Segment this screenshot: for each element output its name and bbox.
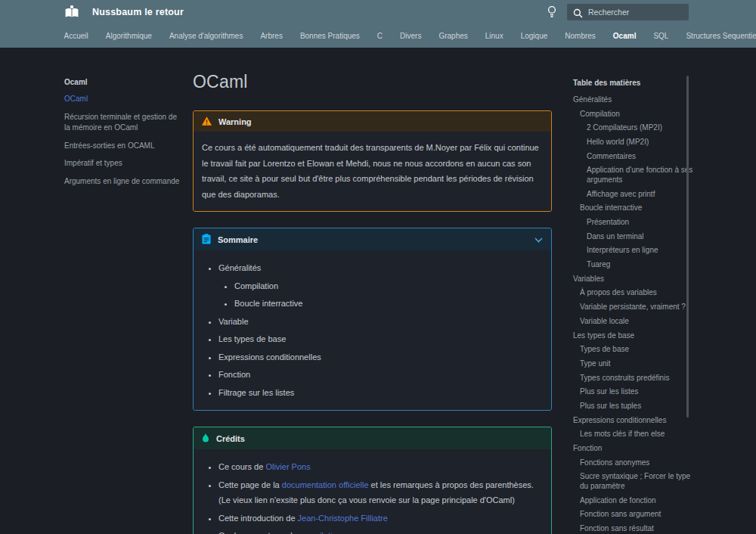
sommaire-item[interactable]: Compilation xyxy=(234,278,543,294)
tab-Accueil[interactable]: Accueil xyxy=(55,32,97,40)
credits-link[interactable]: Jean-Christophe Filliatre xyxy=(298,514,388,523)
toc-item[interactable]: Affichage avec printf xyxy=(573,190,699,200)
toc-item[interactable]: Fonction sans argument xyxy=(573,510,699,520)
search-input[interactable] xyxy=(567,4,689,20)
header-row: Nussbaum le retour xyxy=(0,0,756,24)
sidebar-item[interactable]: Impératif et types xyxy=(64,158,184,169)
sidebar-nav: OCamlRécursion terminale et gestion de l… xyxy=(64,94,184,187)
tabs-bar: AccueilAlgorithmiqueAnalyse d'algorithme… xyxy=(0,24,756,48)
toc-item[interactable]: Plus sur les tuples xyxy=(573,402,699,411)
tab-Linux[interactable]: Linux xyxy=(476,32,512,40)
sidebar-section-title: Ocaml xyxy=(64,78,184,86)
toc-item[interactable]: Boucle interractive xyxy=(573,203,699,213)
main-content: OCaml Warning Ce cours a été automatique… xyxy=(193,48,552,534)
credits-text: Cette page de la xyxy=(218,480,282,489)
sommaire-summary[interactable]: Sommaire xyxy=(194,228,551,250)
toc-item[interactable]: Application de fonction xyxy=(573,496,699,506)
toc-item[interactable]: Variables xyxy=(573,275,699,284)
credits-text: Ce cours de xyxy=(218,462,265,471)
credits-admonition: Crédits Ce cours de Olivier PonsCette pa… xyxy=(193,427,552,534)
tab-Structures Sequentielles[interactable]: Structures Sequentielles xyxy=(677,32,756,40)
credits-item: Quelques mots sur la compilation xyxy=(218,528,543,534)
sommaire-item[interactable]: Les types de base xyxy=(218,331,543,347)
credits-item: Cette introduction de Jean-Christophe Fi… xyxy=(218,511,543,526)
toc-item[interactable]: Dans un terminal xyxy=(573,232,699,242)
credits-list: Ce cours de Olivier PonsCette page de la… xyxy=(218,459,543,534)
toc-item[interactable]: Généralités xyxy=(573,95,699,105)
toc-item[interactable]: Les mots clés if then else xyxy=(573,430,699,439)
tab-Logique[interactable]: Logique xyxy=(512,32,556,40)
toc-item[interactable]: Tuareg xyxy=(573,260,699,270)
sommaire-list: GénéralitésCompilationBoucle interractiv… xyxy=(218,260,543,400)
toc-item[interactable]: Hello world (MP2I) xyxy=(573,138,699,147)
credits-link[interactable]: compilation xyxy=(299,531,342,534)
tab-Ocaml[interactable]: Ocaml xyxy=(604,32,645,40)
credits-title-text: Crédits xyxy=(216,434,245,443)
toc-item[interactable]: Les types de base xyxy=(573,331,699,341)
tab-Analyse d'algorithmes[interactable]: Analyse d'algorithmes xyxy=(160,32,252,40)
tab-Algorithmique[interactable]: Algorithmique xyxy=(97,32,160,40)
warning-body: Ce cours a été automatiquement traduit d… xyxy=(194,132,551,211)
toc-item[interactable]: Plus sur les listes xyxy=(573,387,699,397)
toc-item[interactable]: Variable locale xyxy=(573,317,699,327)
site-title: Nussbaum le retour xyxy=(92,7,184,17)
tab-SQL[interactable]: SQL xyxy=(645,32,677,40)
tab-Divers[interactable]: Divers xyxy=(392,32,430,40)
chevron-down-icon[interactable] xyxy=(534,235,543,244)
sommaire-item[interactable]: Boucle interractive xyxy=(234,296,543,312)
toc-item[interactable]: Fonction xyxy=(573,444,699,454)
sommaire-item[interactable]: Fonction xyxy=(218,367,543,383)
toc-item[interactable]: 2 Compilateurs (MP2I) xyxy=(573,123,699,133)
toc-item[interactable]: Interpréteurs en ligne xyxy=(573,246,699,256)
toc-item[interactable]: Expressions conditionnelles xyxy=(573,416,699,426)
app-header: Nussbaum le retour AccueilAlgorithmiqueA… xyxy=(0,0,756,48)
toc-item[interactable]: Commentaires xyxy=(573,152,699,162)
credits-text: Quelques mots sur la xyxy=(218,531,299,534)
toc-nav: GénéralitésCompilation2 Compilateurs (MP… xyxy=(573,95,699,534)
credits-item: Ce cours de Olivier Pons xyxy=(218,459,543,475)
toc-item[interactable]: Présentation xyxy=(573,218,699,228)
toc-item[interactable]: Types construits predéfinis xyxy=(573,374,699,383)
toc-item[interactable]: Types de base xyxy=(573,345,699,355)
toc-item[interactable]: À propos des variables xyxy=(573,288,699,298)
content-layout: Ocaml OCamlRécursion terminale et gestio… xyxy=(0,48,756,534)
theme-toggle-lightbulb-icon[interactable] xyxy=(542,4,562,20)
clipboard-icon xyxy=(202,234,211,246)
toc-item[interactable]: Type unit xyxy=(573,359,699,369)
toc-item[interactable]: Application d'une fonction à ses argumen… xyxy=(573,166,699,185)
credits-link[interactable]: documentation officielle xyxy=(282,480,369,489)
sommaire-item[interactable]: Filtrage sur les listes xyxy=(218,385,543,401)
sidebar-item[interactable]: OCaml xyxy=(64,94,184,105)
sommaire-item[interactable]: Expressions conditionnelles xyxy=(218,349,543,365)
warning-admonition: Warning Ce cours a été automatiquement t… xyxy=(193,110,552,212)
warning-text: Ce cours a été automatiquement traduit d… xyxy=(202,140,543,202)
warning-title-text: Warning xyxy=(218,117,252,126)
credits-body: Ce cours de Olivier PonsCette page de la… xyxy=(194,449,551,534)
sommaire-item[interactable]: Généralités xyxy=(218,260,543,276)
sidebar-item[interactable]: Récursion terminale et gestion de la mém… xyxy=(64,112,184,134)
tab-Arbres[interactable]: Arbres xyxy=(252,32,291,40)
tab-Bonnes Pratiques[interactable]: Bonnes Pratiques xyxy=(291,32,368,40)
toc-item[interactable]: Compilation xyxy=(573,110,699,120)
tab-Nombres[interactable]: Nombres xyxy=(556,32,605,40)
table-of-contents: Table des matières GénéralitésCompilatio… xyxy=(564,48,699,534)
site-logo-icon[interactable] xyxy=(63,3,81,21)
toc-item[interactable]: Fonctions anonymes xyxy=(573,458,699,468)
sidebar-item[interactable]: Arguments en ligne de commande xyxy=(64,176,184,188)
toc-item[interactable]: Sucre syntaxique ; Forcer le type du par… xyxy=(573,472,699,491)
toc-item[interactable]: Fonction sans résultat xyxy=(573,524,699,534)
sommaire-body: GénéralitésCompilationBoucle interractiv… xyxy=(194,250,551,410)
page-title: OCaml xyxy=(193,72,552,92)
credits-item: Cette page de la documentation officiell… xyxy=(218,477,543,508)
sommaire-item[interactable]: Variable xyxy=(218,314,543,330)
toc-scrollbar[interactable] xyxy=(686,76,689,418)
credits-admonition-title: Crédits xyxy=(194,427,551,449)
search-box xyxy=(567,4,689,20)
sidebar-item[interactable]: Entrées-sorties en OCAML xyxy=(64,141,184,152)
sommaire-title-text: Sommaire xyxy=(218,235,258,244)
sommaire-admonition: Sommaire GénéralitésCompilationBoucle in… xyxy=(193,228,552,411)
tab-C[interactable]: C xyxy=(368,32,391,40)
toc-item[interactable]: Variable persistante, vraiment ? xyxy=(573,303,699,312)
credits-link[interactable]: Olivier Pons xyxy=(265,462,310,471)
tab-Graphes[interactable]: Graphes xyxy=(430,32,476,40)
